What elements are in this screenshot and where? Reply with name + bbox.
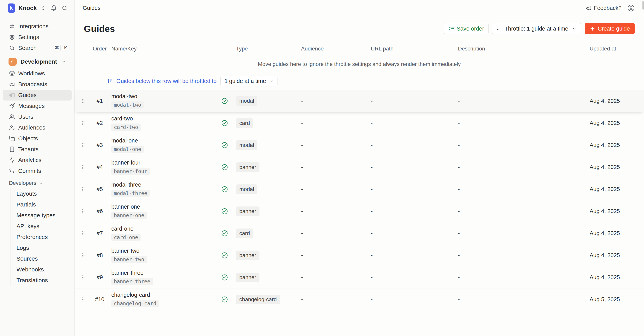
drag-handle-icon[interactable]	[80, 275, 86, 280]
row-audience: -	[297, 186, 367, 192]
drag-handle-icon[interactable]	[80, 98, 86, 104]
type-cell: banner	[233, 251, 297, 260]
sidebar-item-search[interactable]: Search ⌘ K	[0, 42, 74, 53]
developers-section-toggle[interactable]: Developers	[0, 178, 74, 188]
row-key-badge: banner-two	[111, 256, 147, 263]
activity-icon	[9, 157, 15, 163]
col-description: Description	[454, 46, 586, 52]
sidebar-item-workflows[interactable]: Workflows	[0, 68, 74, 79]
table-row[interactable]: #5 modal-three modal-three modal - - - A…	[74, 178, 644, 200]
sidebar-item-logs[interactable]: Logs	[10, 242, 74, 253]
drag-cell	[74, 142, 92, 148]
active-check-icon	[221, 274, 228, 281]
drag-handle-icon[interactable]	[80, 164, 86, 170]
search-icon[interactable]	[62, 5, 68, 11]
table-row[interactable]: #4 banner-four banner-four banner - - - …	[74, 156, 644, 178]
environment-switcher[interactable]: Development	[0, 55, 74, 68]
drag-handle-icon[interactable]	[80, 120, 86, 126]
col-order: Order	[92, 46, 108, 52]
create-guide-button[interactable]: Create guide	[585, 23, 635, 34]
row-url-path: -	[367, 296, 454, 303]
sidebar-item-broadcasts[interactable]: Broadcasts	[0, 79, 74, 90]
table-row[interactable]: #8 banner-two banner-two banner - - - Au…	[74, 244, 644, 266]
sidebar-item-messages[interactable]: Messages	[0, 101, 74, 111]
workspace-switcher-icon[interactable]	[40, 5, 46, 11]
throttle-divider-link[interactable]: Guides below this row will be throttled …	[107, 78, 216, 84]
row-name: banner-four	[111, 160, 140, 166]
type-cell: changelog-card	[233, 295, 297, 304]
row-description: -	[454, 120, 586, 126]
drag-handle-icon[interactable]	[80, 230, 86, 236]
name-key-cell: modal-one modal-one	[108, 138, 216, 153]
sort-desc-icon	[107, 78, 113, 84]
drag-handle-icon[interactable]	[80, 297, 86, 302]
table-row[interactable]: #2 card-two card-two card - - - Aug 4, 2…	[74, 112, 644, 134]
sidebar-item-label: Audiences	[18, 124, 45, 131]
row-order: #7	[92, 230, 108, 236]
row-updated-at: Aug 4, 2025	[586, 208, 644, 214]
scrollbar-thumb[interactable]	[642, 1, 644, 10]
drag-handle-icon[interactable]	[80, 252, 86, 258]
drag-handle-icon[interactable]	[80, 186, 86, 192]
drag-cell	[74, 186, 92, 192]
row-audience: -	[297, 142, 367, 148]
app-root: k Knock Integrations	[0, 0, 644, 336]
drag-handle-icon[interactable]	[80, 142, 86, 148]
sidebar-item-partials[interactable]: Partials	[10, 199, 74, 210]
send-icon	[9, 103, 15, 109]
sidebar-item-message-types[interactable]: Message types	[10, 210, 74, 221]
sidebar-item-users[interactable]: Users	[0, 111, 74, 122]
sidebar-item-label: Guides	[18, 92, 36, 98]
sidebar-item-tenants[interactable]: Tenants	[0, 144, 74, 155]
row-updated-at: Aug 4, 2025	[586, 120, 644, 126]
sidebar-item-translations[interactable]: Translations	[10, 275, 74, 286]
row-audience: -	[297, 120, 367, 126]
user-avatar-icon[interactable]	[627, 4, 635, 12]
row-updated-at: Aug 4, 2025	[586, 142, 644, 148]
col-audience: Audience	[297, 46, 367, 52]
row-audience: -	[297, 230, 367, 236]
sidebar-item-sources[interactable]: Sources	[10, 253, 74, 264]
table-row[interactable]: #1 modal-two modal-two modal - - - Aug 4…	[74, 90, 644, 112]
feedback-button[interactable]: Feedback?	[586, 5, 622, 11]
table-row[interactable]: #9 banner-three banner-three banner - - …	[74, 266, 644, 288]
type-cell: card	[233, 228, 297, 238]
throttle-value-dropdown[interactable]: 1 guide at a time	[220, 76, 277, 86]
active-check-icon	[221, 208, 228, 215]
knock-logo: k	[8, 3, 15, 13]
drag-cell	[74, 164, 92, 170]
sidebar-item-analytics[interactable]: Analytics	[0, 155, 74, 166]
sidebar-item-api-keys[interactable]: API keys	[10, 221, 74, 232]
col-name-key: Name/Key	[108, 46, 216, 52]
row-order: #4	[92, 164, 108, 170]
sidebar-item-objects[interactable]: Objects	[0, 133, 74, 144]
save-order-button[interactable]: Save order	[444, 23, 488, 34]
table-row[interactable]: #6 banner-one banner-one banner - - - Au…	[74, 200, 644, 222]
table-row[interactable]: #7 card-one card-one card - - - Aug 4, 2…	[74, 222, 644, 244]
sidebar-item-settings[interactable]: Settings	[0, 32, 74, 42]
row-description: -	[454, 98, 586, 104]
ignore-throttle-dropzone[interactable]: Move guides here to ignore the throttle …	[74, 56, 644, 72]
row-url-path: -	[367, 142, 454, 148]
sidebar-item-audiences[interactable]: Audiences	[0, 122, 74, 133]
row-key-badge: modal-three	[111, 190, 150, 197]
col-updated-at: Updated at	[586, 46, 644, 52]
status-cell	[216, 142, 233, 149]
notifications-bell-icon[interactable]	[51, 5, 57, 11]
sidebar-nav: Integrations Settings Search ⌘ K	[0, 16, 74, 336]
row-name: card-two	[111, 115, 133, 122]
throttle-dropdown-button[interactable]: Throttle: 1 guide at a time	[492, 23, 581, 34]
drag-handle-icon[interactable]	[80, 208, 86, 214]
sidebar-item-guides[interactable]: Guides	[3, 90, 72, 101]
sidebar-item-preferences[interactable]: Preferences	[10, 232, 74, 242]
sidebar-item-layouts[interactable]: Layouts	[10, 188, 74, 199]
sidebar-item-label: Sources	[16, 255, 38, 262]
sidebar-item-integrations[interactable]: Integrations	[0, 21, 74, 32]
table-row[interactable]: #10 changelog-card changelog-card change…	[74, 288, 644, 310]
sidebar-item-commits[interactable]: Commits	[0, 166, 74, 176]
row-name: banner-two	[111, 248, 140, 254]
status-cell	[216, 208, 233, 215]
sidebar-item-webhooks[interactable]: Webhooks	[10, 264, 74, 275]
row-url-path: -	[367, 164, 454, 170]
table-row[interactable]: #3 modal-one modal-one modal - - - Aug 4…	[74, 134, 644, 156]
